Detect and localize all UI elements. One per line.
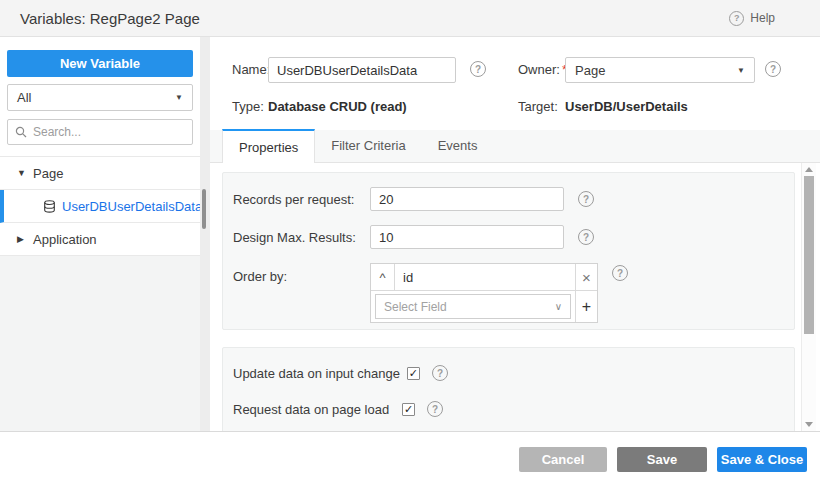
target-label: Target: [518,99,558,114]
tab-events[interactable]: Events [422,129,494,162]
tree-group-label: Page [33,166,63,181]
variable-filter-value: All [17,90,31,105]
tree-item-userdbuserdetailsdata[interactable]: UserDBUserDetailsData [0,190,200,223]
tree-item-label: UserDBUserDetailsData [62,199,202,214]
variable-filter-select[interactable]: All ▼ [7,84,193,111]
tree-expanded-icon: ▼ [17,168,29,178]
sidebar-scrollbar-thumb[interactable] [202,189,206,229]
target-value: UserDB/UserDetails [565,99,688,114]
update-data-label: Update data on input change [233,366,400,381]
tree-group-label: Application [33,232,97,247]
name-input[interactable] [268,57,456,83]
order-by-field-value: id [395,264,575,290]
new-variable-button[interactable]: New Variable [7,50,193,77]
behavior-settings-card: Update data on input change ✓ ? Request … [222,347,795,431]
variables-sidebar: New Variable All ▼ ▼ Page [0,37,200,431]
order-by-add-row: Select Field ∨ + [371,291,597,322]
order-by-widget: ^ id × Select Field ∨ [370,263,598,323]
request-data-label: Request data on page load [233,402,389,417]
tab-filter-criteria[interactable]: Filter Criteria [315,129,421,162]
design-max-results-input[interactable] [370,225,564,249]
remove-field-button[interactable]: × [575,264,597,290]
max-results-help-icon[interactable]: ? [578,229,594,245]
add-field-button[interactable]: + [575,291,597,322]
dialog-footer: Cancel Save Save & Close [0,431,820,486]
tree-group-application[interactable]: ▶ Application [0,223,200,256]
scroll-up-arrow-icon[interactable] [805,167,813,172]
tree-group-page[interactable]: ▼ Page [0,157,200,190]
cancel-button[interactable]: Cancel [519,447,607,472]
help-label: Help [750,11,775,25]
caret-down-icon: ▼ [737,66,745,75]
tab-properties[interactable]: Properties [222,129,315,163]
sidebar-scrollbar-track[interactable] [200,37,210,431]
name-help-icon[interactable]: ? [470,61,486,77]
records-per-request-label: Records per request: [233,192,370,207]
dialog-body: New Variable All ▼ ▼ Page [0,37,820,431]
owner-help-icon[interactable]: ? [765,61,781,77]
variables-dialog: Variables: RegPage2 Page ? Help New Vari… [0,0,820,486]
save-button[interactable]: Save [617,447,707,472]
type-label: Type: [232,99,264,114]
page-title: Variables: RegPage2 Page [20,10,200,27]
owner-label: Owner:* [518,62,567,77]
editor-tabs: Properties Filter Criteria Events [210,130,820,163]
data-settings-card: Records per request: ? Design Max. Resul… [222,172,795,330]
search-icon [15,126,27,138]
search-input[interactable] [33,125,173,139]
sidebar-controls: New Variable All ▼ [0,37,200,156]
records-help-icon[interactable]: ? [578,191,594,207]
variables-tree: ▼ Page UserDBUserDetailsData ▶ Applicati… [0,156,200,256]
content-scrollbar-track[interactable] [801,163,816,431]
update-data-checkbox[interactable]: ✓ [407,367,420,380]
update-data-row: Update data on input change ✓ ? [233,365,794,381]
design-max-results-row: Design Max. Results: ? [233,225,794,249]
caret-down-icon: ▼ [175,93,183,102]
search-box [7,119,193,145]
order-by-row: Order by: ^ id × Select Field [233,263,794,323]
order-by-label: Order by: [233,263,370,284]
records-per-request-input[interactable] [370,187,564,211]
tree-collapsed-icon: ▶ [17,234,29,244]
request-data-checkbox[interactable]: ✓ [402,403,415,416]
owner-value: Page [575,63,605,78]
dialog-header: Variables: RegPage2 Page ? Help [0,0,820,37]
content-scrollbar-thumb[interactable] [804,176,814,334]
select-field-dropdown[interactable]: Select Field ∨ [375,294,571,319]
help-button[interactable]: ? Help [729,11,775,26]
order-by-entry: ^ id × [371,264,597,291]
type-value: Database CRUD (read) [268,99,407,114]
records-per-request-row: Records per request: ? [233,187,794,211]
save-and-close-button[interactable]: Save & Close [717,447,807,472]
database-variable-icon [43,200,56,213]
sort-direction-button[interactable]: ^ [371,264,395,290]
design-max-results-label: Design Max. Results: [233,230,370,245]
request-data-row: Request data on page load ✓ ? [233,401,794,417]
update-data-help-icon[interactable]: ? [432,365,448,381]
chevron-down-icon: ∨ [555,301,562,312]
request-data-help-icon[interactable]: ? [427,401,443,417]
select-field-placeholder: Select Field [384,300,447,314]
variable-summary: Name:* ? Owner:* Page ▼ ? Type: Database… [210,37,820,130]
order-by-help-icon[interactable]: ? [612,265,628,281]
scroll-down-arrow-icon[interactable] [805,422,813,427]
help-icon: ? [729,11,744,26]
properties-panel: Records per request: ? Design Max. Resul… [210,163,820,431]
owner-select[interactable]: Page ▼ [565,57,755,83]
variable-editor: Name:* ? Owner:* Page ▼ ? Type: Database… [210,37,820,431]
